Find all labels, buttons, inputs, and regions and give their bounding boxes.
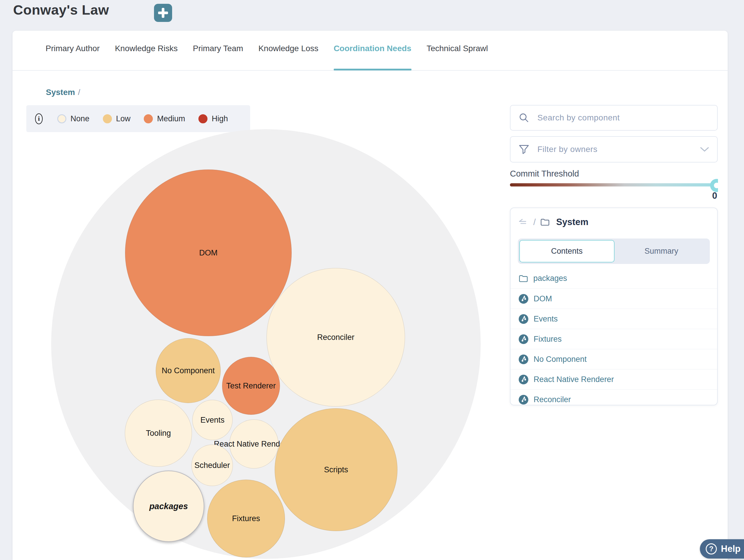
panel-header: / System xyxy=(519,217,589,227)
bubble-reconciler[interactable]: Reconciler xyxy=(266,268,405,407)
component-icon xyxy=(519,294,528,304)
help-label: Help xyxy=(721,544,741,554)
chevron-down-icon xyxy=(700,146,709,153)
bubble-packages[interactable]: packages xyxy=(133,471,204,542)
bubble-scheduler[interactable]: Scheduler xyxy=(191,445,233,486)
component-icon xyxy=(519,314,528,324)
contents-list: packages DOM Events Fixtures xyxy=(511,268,717,409)
list-item-label: Reconciler xyxy=(533,395,571,404)
circle-pack-chart: DOMReconcilerNo ComponentTest RendererEv… xyxy=(0,0,497,560)
bubble-label: Reconciler xyxy=(317,333,355,342)
bubble-label: Fixtures xyxy=(232,514,260,523)
list-item-label: Events xyxy=(533,314,558,324)
slider-handle[interactable] xyxy=(710,179,718,192)
slider-track[interactable] xyxy=(510,183,718,186)
commit-threshold-label: Commit Threshold xyxy=(510,169,579,179)
bubble-label: packages xyxy=(149,501,188,511)
list-item-label: No Component xyxy=(533,355,587,364)
filter-label: Filter by owners xyxy=(537,145,598,154)
component-icon xyxy=(519,395,528,405)
back-arrow-icon[interactable] xyxy=(519,219,529,226)
search-box[interactable]: Search by component xyxy=(510,105,718,130)
list-item-events[interactable]: Events xyxy=(511,309,717,329)
list-item-label: packages xyxy=(533,274,567,283)
folder-icon xyxy=(540,218,550,226)
list-item-reconciler[interactable]: Reconciler xyxy=(511,389,717,409)
tab-summary[interactable]: Summary xyxy=(615,240,709,262)
list-item-dom[interactable]: DOM xyxy=(511,289,717,309)
list-item-label: React Native Renderer xyxy=(533,375,614,384)
bubble-label: Scheduler xyxy=(194,461,230,470)
list-item-label: Fixtures xyxy=(533,335,562,344)
help-button[interactable]: ? Help xyxy=(700,539,744,559)
search-icon xyxy=(518,112,530,124)
bubble-no-component[interactable]: No Component xyxy=(156,338,221,403)
bubble-scripts[interactable]: Scripts xyxy=(275,408,398,531)
list-item-no-component[interactable]: No Component xyxy=(511,349,717,369)
folder-icon xyxy=(519,274,528,283)
bubble-fixtures[interactable]: Fixtures xyxy=(207,480,285,557)
bubble-test-renderer[interactable]: Test Renderer xyxy=(222,357,280,415)
panel-tab-switch: Contents Summary xyxy=(518,238,710,264)
tab-contents[interactable]: Contents xyxy=(519,240,615,262)
component-icon xyxy=(519,375,528,384)
bubble-react-native-renderer[interactable]: React Native Renderer xyxy=(229,419,278,469)
list-item-label: DOM xyxy=(533,294,552,303)
system-panel: / System Contents Summary packages DOM xyxy=(510,208,718,405)
slider-value-wrap: 0 xyxy=(510,191,718,203)
bubble-label: Scripts xyxy=(324,465,348,474)
component-icon xyxy=(519,354,528,364)
bubble-label: No Component xyxy=(161,366,215,375)
panel-breadcrumb-separator: / xyxy=(533,217,536,227)
list-item-fixtures[interactable]: Fixtures xyxy=(511,329,717,349)
app-screen: Conway's Law Primary AuthorKnowledge Ris… xyxy=(0,0,744,560)
bubble-label: Events xyxy=(200,416,225,425)
list-item-packages[interactable]: packages xyxy=(511,268,717,289)
bubble-label: Test Renderer xyxy=(226,381,276,390)
bubble-tooling[interactable]: Tooling xyxy=(125,400,192,467)
search-input[interactable]: Search by component xyxy=(537,113,620,122)
panel-title: System xyxy=(556,217,588,227)
bubble-events[interactable]: Events xyxy=(192,400,233,440)
filter-icon xyxy=(518,144,530,155)
list-item-react-native-renderer[interactable]: React Native Renderer xyxy=(511,369,717,389)
component-icon xyxy=(519,334,528,344)
bubble-label: Tooling xyxy=(146,429,171,438)
slider-value: 0 xyxy=(712,191,717,201)
filter-by-owners-dropdown[interactable]: Filter by owners xyxy=(510,136,718,162)
bubble-dom[interactable]: DOM xyxy=(125,170,292,336)
question-mark-icon: ? xyxy=(706,543,717,554)
bubble-label: DOM xyxy=(199,249,218,258)
